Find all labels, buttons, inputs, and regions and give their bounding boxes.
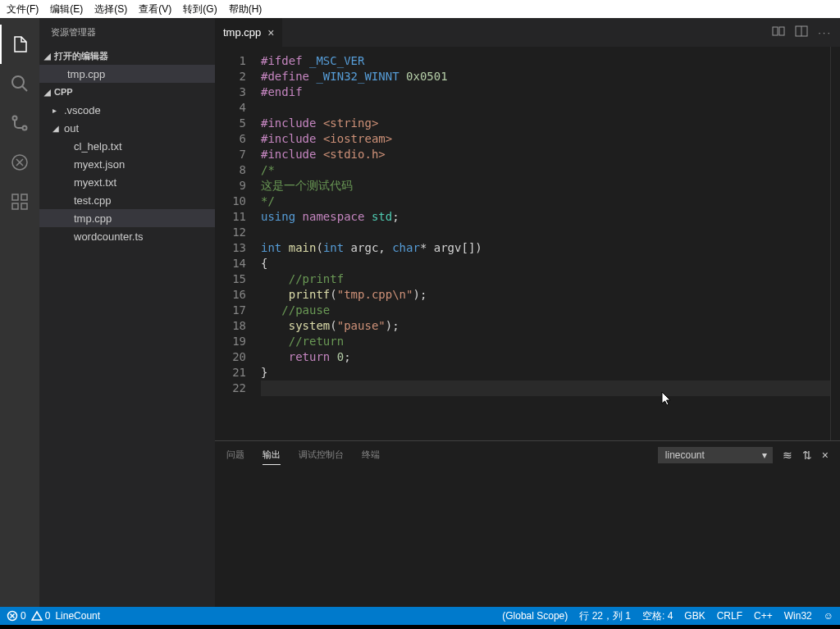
svg-rect-5 [21,194,27,200]
tree-item-label: myext.txt [74,176,116,189]
status-lang[interactable]: C++ [754,610,773,622]
svg-point-0 [12,76,24,88]
activity-bar [0,18,39,607]
status-cursor-pos[interactable]: 行 22，列 1 [579,609,631,623]
tree-folder[interactable]: ◢out [39,119,215,137]
output-channel-select[interactable]: linecount [658,447,773,463]
tree-file[interactable]: myext.json [39,155,215,173]
tree-file[interactable]: myext.txt [39,173,215,191]
status-feedback-icon[interactable]: ☺ [824,610,833,622]
panel-close-icon[interactable]: × [822,449,829,462]
debug-icon[interactable] [0,143,39,182]
tree-file[interactable]: tmp.cpp [39,209,215,227]
compare-icon[interactable] [772,25,785,40]
svg-rect-7 [21,203,27,209]
panel-tab-debug-console[interactable]: 调试控制台 [299,445,344,464]
minimap[interactable] [830,47,840,440]
editor-tabs: tmp.cpp × ··· [215,18,840,47]
menu-goto[interactable]: 转到(G) [183,2,217,16]
svg-rect-8 [773,27,778,35]
status-errors[interactable]: 0 [7,610,26,622]
status-linecount[interactable]: LineCount [55,610,100,622]
statusbar: 0 0 LineCount (Global Scope) 行 22，列 1 空格… [0,607,840,625]
status-spaces[interactable]: 空格: 4 [642,609,673,623]
tree-item-label: cl_help.txt [74,140,122,153]
tree-item-label: wordcounter.ts [74,230,144,243]
sidebar: 资源管理器 ◢打开的编辑器 tmp.cpp ◢CPP ▸.vscode◢outc… [39,18,215,607]
workspace-header[interactable]: ◢CPP [39,83,215,101]
open-editors-header[interactable]: ◢打开的编辑器 [39,47,215,65]
tree-file[interactable]: wordcounter.ts [39,227,215,245]
open-editor-item[interactable]: tmp.cpp [39,65,215,83]
tree-item-label: tmp.cpp [74,212,112,225]
svg-point-2 [23,126,27,130]
tree-file[interactable]: cl_help.txt [39,137,215,155]
split-icon[interactable] [795,25,808,40]
bottom-panel: 问题 输出 调试控制台 终端 linecount ≋ ⇅ × [215,440,840,607]
status-warnings[interactable]: 0 [31,610,51,622]
source-control-icon[interactable] [0,103,39,143]
line-gutter: 12345678910111213141516171819202122 [215,47,261,440]
svg-rect-6 [12,203,18,209]
menu-select[interactable]: 选择(S) [94,2,127,16]
tree-item-label: myext.json [74,158,125,171]
menu-help[interactable]: 帮助(H) [229,2,262,16]
status-encoding[interactable]: GBK [684,610,705,622]
menu-file[interactable]: 文件(F) [7,2,39,16]
tab-label: tmp.cpp [223,26,261,39]
tree-item-label: out [64,122,79,134]
panel-tab-output[interactable]: 输出 [262,445,281,465]
chevron-icon: ▸ [52,106,62,115]
menu-view[interactable]: 查看(V) [139,2,171,16]
clear-output-icon[interactable]: ≋ [783,449,792,462]
code-content[interactable]: #ifdef _MSC_VER#define _WIN32_WINNT 0x05… [261,47,840,440]
explorer-icon[interactable] [0,25,39,64]
svg-rect-9 [779,27,784,35]
tree-folder[interactable]: ▸.vscode [39,101,215,119]
search-icon[interactable] [0,64,39,103]
menubar: 文件(F) 编辑(E) 选择(S) 查看(V) 转到(G) 帮助(H) [0,0,840,18]
code-editor[interactable]: 12345678910111213141516171819202122 #ifd… [215,47,840,440]
status-scope[interactable]: (Global Scope) [502,610,568,622]
extensions-icon[interactable] [0,182,39,221]
svg-point-1 [13,116,17,121]
status-target[interactable]: Win32 [784,610,812,622]
lock-scroll-icon[interactable]: ⇅ [802,449,812,462]
tree-file[interactable]: test.cpp [39,191,215,209]
sidebar-title: 资源管理器 [39,18,215,47]
tree-item-label: test.cpp [74,194,112,207]
panel-tab-problems[interactable]: 问题 [226,445,244,464]
menu-edit[interactable]: 编辑(E) [50,2,83,16]
tree-item-label: .vscode [64,104,101,116]
more-icon[interactable]: ··· [818,26,832,39]
chevron-icon: ◢ [52,124,62,133]
tab-tmp-cpp[interactable]: tmp.cpp × [215,18,282,47]
panel-tab-terminal[interactable]: 终端 [362,445,380,464]
close-icon[interactable]: × [267,26,274,39]
status-eol[interactable]: CRLF [717,610,742,622]
svg-rect-4 [12,194,18,200]
